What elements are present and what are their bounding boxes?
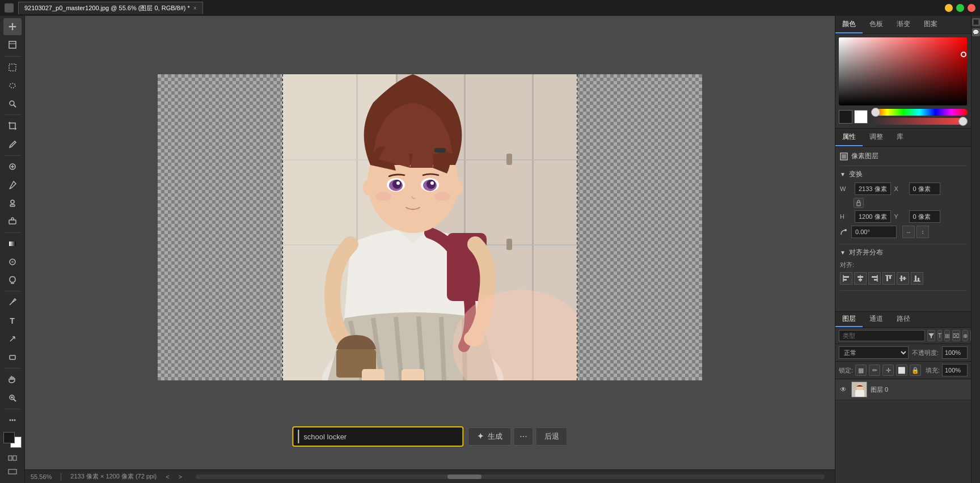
close-btn[interactable] — [968, 4, 975, 12]
layers-link-btn[interactable]: ⊞ — [944, 330, 950, 341]
align-center-h-btn[interactable] — [854, 272, 867, 285]
align-top-btn[interactable] — [882, 272, 895, 285]
flip-h-btn[interactable]: ↔ — [902, 226, 915, 238]
zoom-tool[interactable] — [3, 389, 22, 406]
ai-cancel-button[interactable]: 后退 — [536, 427, 568, 446]
fill-input[interactable] — [942, 364, 968, 376]
angle-icon — [840, 228, 848, 236]
hue-handle[interactable] — [871, 108, 880, 117]
alpha-handle[interactable] — [958, 117, 968, 126]
lasso-tool[interactable] — [3, 77, 22, 94]
flip-v-btn[interactable]: ↕ — [916, 226, 929, 238]
blend-mode-select[interactable]: 正常 — [839, 346, 909, 359]
tab-pattern[interactable]: 图案 — [917, 16, 944, 33]
ai-prompt-input[interactable] — [303, 433, 462, 441]
blur-tool[interactable] — [3, 253, 22, 270]
foreground-swatch[interactable] — [839, 110, 852, 124]
minimize-btn[interactable] — [945, 4, 953, 12]
color-gradient-picker[interactable] — [839, 37, 967, 105]
svg-rect-2 — [9, 64, 16, 71]
lock-all-btn[interactable]: 🔒 — [910, 365, 921, 376]
brush-tool[interactable] — [3, 176, 22, 193]
maximize-btn[interactable] — [956, 4, 964, 12]
lock-position-btn[interactable]: ✛ — [882, 365, 894, 376]
align-bottom-btn[interactable] — [911, 272, 923, 285]
lock-pixel-btn[interactable]: ✏ — [869, 365, 880, 376]
w-value[interactable]: 2133 像素 — [855, 183, 891, 195]
shape-tool[interactable] — [3, 349, 22, 366]
canvas-scroll-area[interactable]: 生成 ··· 后退 — [25, 16, 835, 469]
tab-close-btn[interactable]: × — [193, 5, 197, 11]
ai-more-button[interactable]: ··· — [513, 427, 533, 446]
tab-library[interactable]: 库 — [890, 129, 910, 146]
tab-properties[interactable]: 属性 — [835, 129, 863, 146]
align-left-btn[interactable] — [840, 272, 852, 285]
nav-right[interactable]: > — [179, 473, 182, 480]
path-select-tool[interactable] — [3, 331, 22, 348]
nav-left[interactable]: < — [166, 473, 169, 480]
h-value[interactable]: 1200 像素 — [855, 210, 891, 223]
type-tool[interactable]: T — [3, 312, 22, 329]
layers-filter-btn[interactable] — [927, 330, 935, 341]
eyedropper-tool[interactable] — [3, 135, 22, 152]
tab-color[interactable]: 颜色 — [835, 16, 863, 33]
artboard-tool[interactable] — [3, 36, 22, 53]
select-rect-tool[interactable] — [3, 58, 22, 75]
lock-artboard-btn[interactable]: ⬜ — [896, 365, 907, 376]
pen-tool[interactable] — [3, 294, 22, 311]
screen-mode-btn[interactable] — [5, 466, 20, 477]
x-value[interactable]: 0 像素 — [909, 183, 940, 195]
move-tool[interactable] — [3, 18, 22, 35]
selection-right-border — [577, 74, 577, 380]
tab-gradient[interactable]: 渐变 — [890, 16, 917, 33]
opacity-input[interactable] — [942, 346, 968, 359]
y-value[interactable]: 0 像素 — [909, 210, 940, 223]
color-picker-cursor[interactable] — [961, 52, 966, 57]
align-header[interactable]: ▼ 对齐并分布 — [840, 248, 966, 257]
tab-paths[interactable]: 路径 — [890, 312, 917, 327]
tab-adjustments[interactable]: 调整 — [863, 129, 890, 146]
quick-mask-tool[interactable] — [5, 452, 20, 464]
align-right-btn[interactable] — [868, 272, 881, 285]
layer-visibility-btn[interactable]: 👁 — [839, 385, 848, 394]
layers-adjust-btn[interactable]: ⌧ — [952, 330, 960, 341]
hue-slider[interactable] — [871, 109, 968, 116]
alpha-slider[interactable] — [871, 118, 968, 125]
tab-channels[interactable]: 通道 — [863, 312, 890, 327]
eraser-tool[interactable] — [3, 213, 22, 230]
layers-fx-btn[interactable]: ⊕ — [962, 330, 968, 341]
tool-sep-7 — [5, 409, 20, 409]
background-swatch[interactable] — [854, 110, 868, 124]
stamp-tool[interactable] — [3, 194, 22, 211]
svg-rect-10 — [10, 205, 15, 206]
ai-generate-button[interactable]: 生成 — [468, 427, 511, 446]
layer-item-0[interactable]: 👁 图层 0 — [835, 379, 971, 400]
horizontal-scrollbar[interactable] — [196, 474, 825, 479]
crop-tool[interactable] — [3, 117, 22, 134]
gradient-tool[interactable] — [3, 235, 22, 252]
layers-options-btn[interactable]: T — [937, 330, 942, 341]
angle-value[interactable]: 0.00° — [851, 226, 897, 238]
canvas-wrapper — [158, 74, 702, 380]
svg-point-56 — [451, 180, 463, 196]
tool-sep-5 — [5, 291, 20, 291]
quick-select-tool[interactable] — [3, 95, 22, 112]
transform-header[interactable]: ▼ 变换 — [840, 170, 966, 179]
heal-tool[interactable] — [3, 158, 22, 175]
file-tab[interactable]: 92103027_p0_master1200.jpg @ 55.6% (图层 0… — [18, 2, 203, 14]
layers-filter-input[interactable] — [839, 330, 925, 341]
foreground-color[interactable] — [3, 432, 15, 443]
link-proportions-btn[interactable] — [854, 198, 864, 208]
extra-tools[interactable] — [3, 412, 22, 429]
scroll-handle[interactable] — [447, 474, 481, 479]
dodge-tool[interactable] — [3, 272, 22, 289]
tab-layers[interactable]: 图层 — [835, 312, 863, 327]
hand-tool[interactable] — [3, 371, 22, 388]
color-swatches[interactable] — [3, 432, 22, 448]
tab-swatches[interactable]: 色板 — [863, 16, 890, 33]
edge-color-picker-icon[interactable] — [972, 18, 980, 26]
edge-chat-icon[interactable]: 💬 — [972, 28, 980, 36]
lock-transparent-btn[interactable]: ▦ — [855, 365, 867, 376]
align-middle-btn[interactable] — [897, 272, 909, 285]
link-icon-svg — [856, 200, 861, 206]
